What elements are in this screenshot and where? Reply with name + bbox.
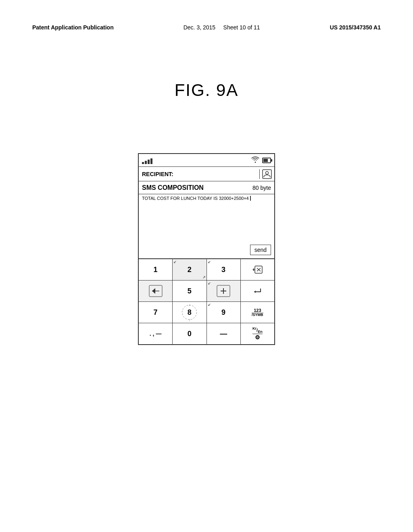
key-123-symb[interactable]: 123 /SYMB [241,302,274,323]
send-button[interactable]: send [250,245,271,255]
key-0[interactable]: 0 [173,323,206,344]
sms-title: SMS COMPOSITION [142,184,204,191]
header-right: US 2015/347350 A1 [330,24,381,31]
signal-bar-2 [145,161,147,164]
keyboard-row-3: 7 ↓ 8 ↑ ↙ 9 123 /SYMB [139,302,274,323]
key-5[interactable]: 5 [173,281,206,301]
signal-bars-icon [142,157,152,164]
text-cursor [249,196,251,201]
signal-bar-3 [148,160,150,164]
message-area[interactable]: TOTAL COST FOR LUNCH TODAY IS 32000+2500… [139,194,274,259]
header-sheet: Sheet 10 of 11 [223,24,260,31]
key-0-label: 0 [188,330,192,338]
key-5-label: 5 [188,287,192,295]
keyboard: 1 ↙ 2 ↗ ↙ 3 [139,259,274,344]
key-dash[interactable]: — [207,323,241,344]
figure-label: FIG. 9A [175,81,239,100]
sms-header: SMS COMPOSITION 80 byte [139,181,274,194]
key-right-nav[interactable]: ↙ [207,281,241,301]
key-left-nav[interactable] [139,281,173,301]
arrow-br: ↗ [202,275,206,279]
header-date: Dec. 3, 2015 [184,24,215,31]
key-punct-label: . , — [150,330,162,337]
wifi-icon [251,156,260,164]
key-dash-label: — [220,330,227,338]
key-lang-gear-label: Kr/En ⚙ [252,326,263,341]
arrow-tl: ↙ [173,260,177,264]
header-center: Dec. 3, 2015 Sheet 10 of 11 [184,24,260,31]
arrow-tl-9: ↙ [208,303,211,307]
keyboard-row-1: 1 ↙ 2 ↗ ↙ 3 [139,259,274,281]
key-123-symb-label: 123 /SYMB [252,308,263,317]
svg-marker-11 [254,291,256,293]
patent-header: Patent Application Publication Dec. 3, 2… [0,24,413,31]
arrow-tl-3: ↙ [208,260,211,264]
key-7-label: 7 [154,308,158,317]
key-8[interactable]: ↓ 8 ↑ [173,302,206,323]
svg-point-12 [182,305,197,320]
key-3-label: 3 [221,266,225,274]
header-left: Patent Application Publication [32,24,114,31]
sms-size: 80 byte [252,185,271,191]
key-punct[interactable]: . , — [139,323,173,344]
key-3[interactable]: ↙ 3 [207,259,241,280]
recipient-row: RECIPIENT: [139,167,274,181]
phone-mockup: RECIPIENT: SMS COMPOSITION 80 byte TOTAL… [138,153,275,345]
keyboard-row-4: . , — 0 — Kr/En ⚙ [139,323,274,344]
key-2-label: 2 [188,266,192,274]
key-enter[interactable] [241,281,274,301]
status-bar [139,154,274,167]
signal-bar-4 [150,158,152,164]
key-7[interactable]: 7 [139,302,173,323]
contact-button[interactable] [260,167,274,181]
key-backspace[interactable] [241,259,274,280]
signal-bar-1 [142,162,144,164]
key-2[interactable]: ↙ 2 ↗ [173,259,206,280]
battery-icon [262,158,271,163]
arrow-tl-right: ↙ [208,281,211,285]
key-lang-gear[interactable]: Kr/En ⚙ [241,323,274,344]
recipient-label[interactable]: RECIPIENT: [139,169,260,179]
key-1[interactable]: 1 [139,259,173,280]
svg-point-1 [266,171,269,174]
key-9[interactable]: ↙ 9 [207,302,241,323]
key-9-label: 9 [221,308,225,317]
message-text: TOTAL COST FOR LUNCH TODAY IS 32000+2500… [142,196,249,201]
keyboard-row-2: 5 ↙ [139,281,274,302]
status-icons [251,156,271,164]
